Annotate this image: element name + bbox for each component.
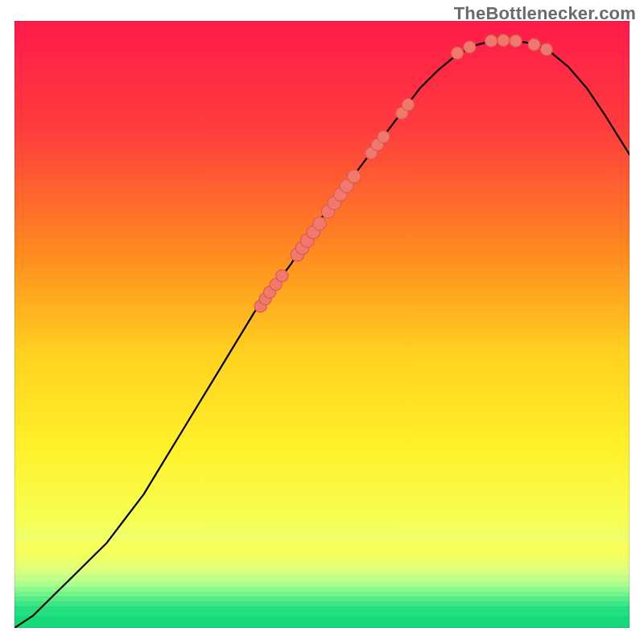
data-marker xyxy=(276,270,288,282)
svg-rect-10 xyxy=(14,606,630,616)
data-marker xyxy=(485,35,497,47)
watermark-text: TheBottlenecker.com xyxy=(454,3,636,24)
svg-rect-7 xyxy=(14,592,630,597)
data-marker xyxy=(313,217,327,231)
svg-rect-2 xyxy=(14,561,630,568)
svg-rect-6 xyxy=(14,587,630,592)
data-marker xyxy=(510,35,522,47)
chart-svg xyxy=(14,21,630,628)
data-marker xyxy=(402,99,414,111)
svg-rect-11 xyxy=(14,616,630,628)
data-marker xyxy=(378,130,390,142)
svg-rect-1 xyxy=(14,552,630,561)
svg-rect-4 xyxy=(14,575,630,581)
svg-rect-5 xyxy=(14,581,630,587)
data-marker xyxy=(497,35,510,47)
plot-area xyxy=(14,21,630,628)
bottom-bands xyxy=(14,540,630,628)
data-marker xyxy=(540,43,552,56)
svg-rect-3 xyxy=(14,568,630,575)
data-marker xyxy=(464,41,476,53)
data-marker xyxy=(347,170,361,184)
bg-rect xyxy=(14,21,630,628)
data-marker xyxy=(528,39,540,51)
svg-rect-8 xyxy=(14,597,630,601)
svg-rect-9 xyxy=(14,601,630,606)
chart-container: TheBottlenecker.com xyxy=(0,0,644,644)
data-marker xyxy=(451,47,463,59)
